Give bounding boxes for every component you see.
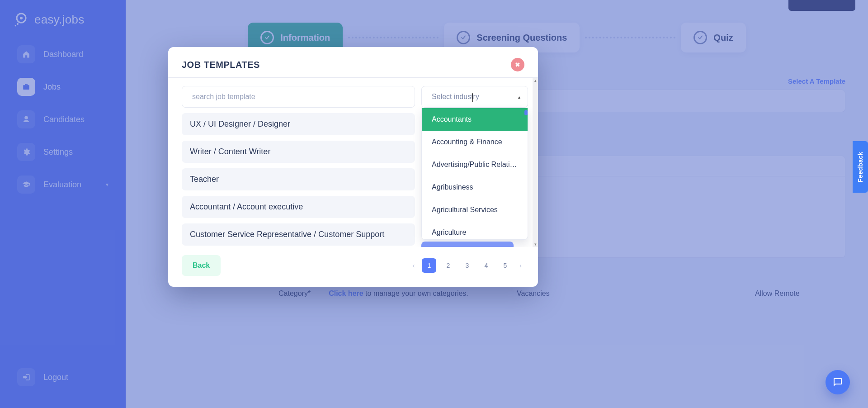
templates-column: UX / UI Designer / Designer Writer / Con…	[182, 86, 415, 247]
modal-header: JOB TEMPLATES ✖	[168, 47, 538, 77]
industry-option[interactable]: Accounting & Finance	[422, 131, 528, 153]
chevron-up-icon: ▴	[518, 95, 520, 100]
modal-footer: Back ‹ 1 2 3 4 5 ›	[168, 247, 538, 287]
industry-option[interactable]: Agriculture	[422, 221, 528, 240]
chat-icon	[832, 377, 843, 388]
scroll-up-icon[interactable]: ▴	[533, 78, 538, 83]
page-number[interactable]: 2	[441, 258, 455, 273]
feedback-tab[interactable]: Feedback	[853, 141, 868, 193]
pagination: ‹ 1 2 3 4 5 ›	[410, 258, 524, 273]
template-list: UX / UI Designer / Designer Writer / Con…	[182, 113, 415, 246]
industry-option[interactable]: Advertising/Public Relations	[422, 153, 528, 176]
industry-option[interactable]: Agricultural Services	[422, 199, 528, 221]
template-item[interactable]: Teacher	[182, 168, 415, 190]
industry-select[interactable]: Select industry ▴	[421, 86, 528, 108]
search-template-input[interactable]	[182, 86, 415, 108]
page-number[interactable]: 4	[479, 258, 493, 273]
dropdown-scrollbar-thumb[interactable]	[524, 110, 528, 115]
page-prev[interactable]: ‹	[410, 262, 418, 269]
template-item[interactable]: Accountant / Account executive	[182, 196, 415, 218]
chat-button[interactable]	[826, 370, 850, 394]
industry-option[interactable]: Accountants	[422, 108, 528, 131]
industry-column: Select industry ▴ Accountants Accounting…	[421, 86, 528, 247]
page-number[interactable]: 1	[422, 258, 436, 273]
industry-dropdown: Accountants Accounting & Finance Adverti…	[421, 108, 528, 240]
industry-option[interactable]: Agribusiness	[422, 176, 528, 199]
template-item[interactable]: Writer / Content Writer	[182, 141, 415, 163]
chevron-right-icon: ›	[519, 262, 522, 269]
page-number[interactable]: 3	[460, 258, 474, 273]
text-cursor-icon	[472, 93, 473, 102]
page-next[interactable]: ›	[517, 262, 524, 269]
modal-body: ▴ ▾ UX / UI Designer / Designer Writer /…	[168, 77, 538, 247]
job-templates-modal: JOB TEMPLATES ✖ ▴ ▾ UX / UI Designer / D…	[168, 47, 538, 287]
industry-dropdown-partial	[421, 242, 514, 247]
close-button[interactable]: ✖	[511, 58, 524, 71]
template-item[interactable]: UX / UI Designer / Designer	[182, 113, 415, 135]
page-number[interactable]: 5	[498, 258, 512, 273]
back-button[interactable]: Back	[182, 255, 221, 276]
scroll-down-icon[interactable]: ▾	[533, 242, 538, 247]
chevron-left-icon: ‹	[413, 262, 415, 269]
template-item[interactable]: Customer Service Representative / Custom…	[182, 223, 415, 246]
close-icon: ✖	[515, 61, 520, 68]
modal-title: JOB TEMPLATES	[182, 60, 260, 70]
